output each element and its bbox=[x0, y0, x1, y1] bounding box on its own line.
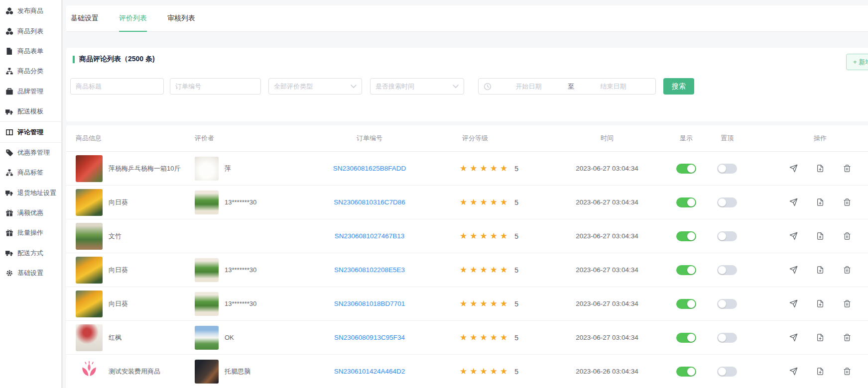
product-title-input[interactable] bbox=[70, 78, 164, 95]
order-number-link[interactable]: SN2306081027467B13 bbox=[335, 232, 404, 240]
tab-review-list[interactable]: 评价列表 bbox=[119, 5, 147, 31]
pin-toggle[interactable] bbox=[717, 299, 737, 309]
star-rating: ★★★★★ bbox=[460, 164, 510, 173]
show-toggle[interactable] bbox=[676, 197, 696, 207]
column-header: 订单编号 bbox=[300, 125, 439, 151]
delete-icon[interactable] bbox=[842, 333, 852, 343]
date-range-picker[interactable]: 开始日期 至 结束日期 bbox=[478, 78, 656, 95]
sidebar-item-product-form[interactable]: 商品表单 bbox=[0, 41, 61, 61]
file-add-icon[interactable] bbox=[815, 367, 825, 377]
pin-toggle[interactable] bbox=[717, 164, 737, 174]
add-button[interactable]: + 新增 bbox=[846, 54, 868, 70]
rating-value: 5 bbox=[514, 198, 518, 206]
gear-icon bbox=[5, 270, 13, 277]
time-search-select[interactable]: 是否搜索时间 bbox=[370, 78, 464, 95]
order-number-link[interactable]: SN2306101424A464D2 bbox=[334, 368, 405, 375]
column-header: 操作 bbox=[788, 125, 852, 151]
send-icon[interactable] bbox=[788, 333, 798, 343]
sidebar-item-batch-operation[interactable]: 批量操作 bbox=[0, 223, 61, 243]
send-icon[interactable] bbox=[788, 299, 798, 309]
send-icon[interactable] bbox=[788, 197, 798, 207]
delete-icon[interactable] bbox=[842, 299, 852, 309]
cubes-icon bbox=[5, 28, 13, 35]
file-add-icon[interactable] bbox=[815, 231, 825, 241]
send-icon[interactable] bbox=[788, 265, 798, 275]
sidebar-item-coupon-management[interactable]: 优惠券管理 bbox=[0, 143, 61, 163]
actions-cell bbox=[788, 321, 852, 354]
rating-cell: ★★★★★ 5 bbox=[460, 253, 518, 287]
sidebar-item-label: 商品列表 bbox=[17, 27, 43, 36]
show-toggle[interactable] bbox=[676, 299, 696, 309]
sidebar-item-label: 品牌管理 bbox=[17, 87, 43, 96]
reviewer-cell: OK bbox=[195, 321, 297, 354]
file-add-icon[interactable] bbox=[815, 333, 825, 343]
sidebar-item-product-list[interactable]: 商品列表 bbox=[0, 21, 61, 41]
sidebar-item-product-tag[interactable]: 商品标签 bbox=[0, 163, 61, 183]
review-type-value: 全部评价类型 bbox=[274, 82, 313, 91]
file-icon bbox=[5, 48, 13, 55]
show-cell bbox=[676, 186, 696, 219]
sidebar-item-basic-settings[interactable]: 基础设置 bbox=[0, 263, 61, 283]
send-icon[interactable] bbox=[788, 367, 798, 377]
product-cell: 红枫 bbox=[76, 321, 193, 354]
send-icon[interactable] bbox=[788, 231, 798, 241]
reviewer-cell: 萍 bbox=[195, 152, 297, 185]
delete-icon[interactable] bbox=[842, 367, 852, 377]
file-add-icon[interactable] bbox=[815, 299, 825, 309]
product-image bbox=[76, 291, 103, 317]
show-toggle[interactable] bbox=[676, 333, 696, 343]
delete-icon[interactable] bbox=[842, 197, 852, 207]
order-number-link[interactable]: SN2306081018BD7701 bbox=[334, 300, 405, 307]
sidebar-item-delivery-method[interactable]: 配送方式 bbox=[0, 243, 61, 263]
product-image bbox=[76, 358, 103, 385]
order-number-link[interactable]: SN23060810316C7D86 bbox=[334, 198, 405, 206]
pin-cell bbox=[717, 186, 737, 219]
tab-basic-settings[interactable]: 基础设置 bbox=[71, 5, 99, 31]
file-add-icon[interactable] bbox=[815, 197, 825, 207]
tab-audit-list[interactable]: 审核列表 bbox=[167, 5, 195, 31]
order-cell: SN2306101424A464D2 bbox=[300, 355, 439, 388]
sidebar-item-label: 发布商品 bbox=[17, 6, 43, 15]
reviewer-avatar bbox=[195, 292, 219, 316]
show-toggle[interactable] bbox=[676, 367, 696, 377]
pin-toggle[interactable] bbox=[717, 333, 737, 343]
product-name: 萍杨梅乒乓杨梅一箱10斤 bbox=[109, 164, 180, 173]
delete-icon[interactable] bbox=[842, 265, 852, 275]
sidebar-item-full-discount[interactable]: 满额优惠 bbox=[0, 203, 61, 223]
pin-toggle[interactable] bbox=[717, 367, 737, 377]
sidebar-item-brand-management[interactable]: 品牌管理 bbox=[0, 82, 61, 101]
actions-cell bbox=[788, 355, 852, 388]
rating-cell: ★★★★★ 5 bbox=[460, 186, 518, 219]
sidebar-item-return-address-settings[interactable]: 退货地址设置 bbox=[0, 183, 61, 203]
product-image bbox=[76, 189, 103, 216]
pin-toggle[interactable] bbox=[717, 231, 737, 241]
sidebar-item-product-category[interactable]: 商品分类 bbox=[0, 61, 61, 81]
order-number-link[interactable]: SN2306080913C95F34 bbox=[334, 334, 405, 341]
send-icon[interactable] bbox=[788, 164, 798, 174]
show-toggle[interactable] bbox=[676, 231, 696, 241]
pin-toggle[interactable] bbox=[717, 197, 737, 207]
sidebar-item-publish-product[interactable]: 发布商品 bbox=[0, 1, 61, 21]
sidebar-item-comment-management[interactable]: 评论管理 bbox=[0, 121, 61, 142]
column-header: 时间 bbox=[557, 125, 657, 151]
product-name: 向日葵 bbox=[109, 299, 128, 308]
file-add-icon[interactable] bbox=[815, 164, 825, 174]
truck-icon bbox=[5, 190, 13, 196]
order-number-input[interactable] bbox=[170, 78, 261, 95]
show-toggle[interactable] bbox=[676, 164, 696, 174]
pin-toggle[interactable] bbox=[717, 265, 737, 275]
product-name: 测试安装费用商品 bbox=[109, 367, 160, 376]
show-toggle[interactable] bbox=[676, 265, 696, 275]
order-number-link[interactable]: SN230608102208E5E3 bbox=[334, 266, 405, 274]
review-type-select[interactable]: 全部评价类型 bbox=[268, 78, 362, 95]
table-row: 向日葵 13*******30 SN230608102208E5E3 ★★★★★… bbox=[66, 253, 868, 287]
delete-icon[interactable] bbox=[842, 231, 852, 241]
file-add-icon[interactable] bbox=[815, 265, 825, 275]
search-button[interactable]: 搜索 bbox=[663, 78, 694, 95]
delete-icon[interactable] bbox=[842, 164, 852, 174]
order-number-link[interactable]: SN2306081625B8FADD bbox=[333, 165, 406, 172]
sidebar-item-delivery-template[interactable]: 配送模板 bbox=[0, 101, 61, 121]
clock-icon bbox=[484, 83, 492, 91]
pin-cell bbox=[717, 321, 737, 354]
date-to-label: 至 bbox=[566, 82, 576, 91]
